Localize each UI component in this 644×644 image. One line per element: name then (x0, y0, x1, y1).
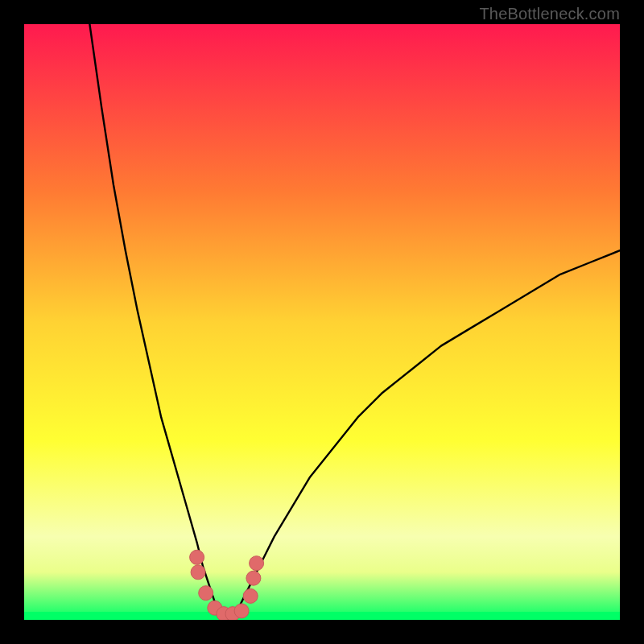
sweet-spot-marker (199, 586, 213, 601)
sweet-spot-marker (191, 565, 205, 580)
watermark-text: TheBottleneck.com (479, 5, 620, 23)
chart-background-gradient (24, 24, 620, 620)
sweet-spot-marker (246, 571, 261, 585)
sweet-spot-marker (243, 588, 258, 603)
chart-svg (24, 24, 620, 620)
chart-bottom-green-band (24, 612, 620, 620)
chart-frame (24, 24, 620, 620)
sweet-spot-marker (190, 550, 204, 564)
sweet-spot-marker (250, 556, 264, 571)
sweet-spot-marker (234, 604, 249, 618)
